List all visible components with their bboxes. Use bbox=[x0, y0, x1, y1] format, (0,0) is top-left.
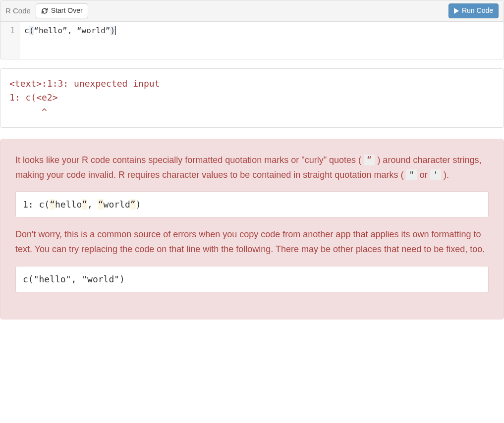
feedback-text: It looks like your R code contains speci… bbox=[15, 155, 361, 165]
run-code-label: Run Code bbox=[462, 6, 493, 16]
feedback-para-2: Don't worry, this is a common source of … bbox=[15, 227, 489, 257]
run-code-button[interactable]: Run Code bbox=[448, 3, 499, 18]
feedback-text: ). bbox=[444, 170, 449, 180]
curly-quote-sample: “ bbox=[364, 155, 375, 165]
code-text: c(“hello”, “world”) bbox=[24, 26, 115, 35]
line-gutter: 1 bbox=[0, 22, 20, 59]
error-output: <text>:1:3: unexpected input 1: c(<e2> ^ bbox=[0, 68, 504, 128]
start-over-button[interactable]: Start Over bbox=[36, 3, 88, 18]
code-input[interactable]: c(“hello”, “world”) bbox=[20, 22, 504, 59]
play-icon bbox=[454, 8, 459, 14]
start-over-label: Start Over bbox=[51, 6, 83, 16]
editor-toolbar: R Code Start Over Run Code bbox=[0, 0, 504, 22]
text-cursor bbox=[115, 26, 116, 35]
line-number: 1 bbox=[7, 25, 15, 37]
code-editor[interactable]: 1 c(“hello”, “world”) bbox=[0, 22, 504, 59]
problem-code-block: 1: c(“hello”, “world”) bbox=[15, 191, 489, 217]
straight-single-quote: ' bbox=[430, 169, 441, 180]
straight-double-quote: " bbox=[406, 169, 417, 180]
feedback-para-1: It looks like your R code contains speci… bbox=[15, 153, 489, 182]
exercise-container: R Code Start Over Run Code 1 c(“hello”, … bbox=[0, 0, 504, 319]
feedback-text: or bbox=[420, 170, 430, 180]
feedback-panel: It looks like your R code contains speci… bbox=[0, 139, 504, 319]
fixed-code-block: c("hello", "world") bbox=[15, 266, 489, 292]
refresh-icon bbox=[41, 7, 48, 14]
editor-label: R Code bbox=[5, 6, 31, 15]
